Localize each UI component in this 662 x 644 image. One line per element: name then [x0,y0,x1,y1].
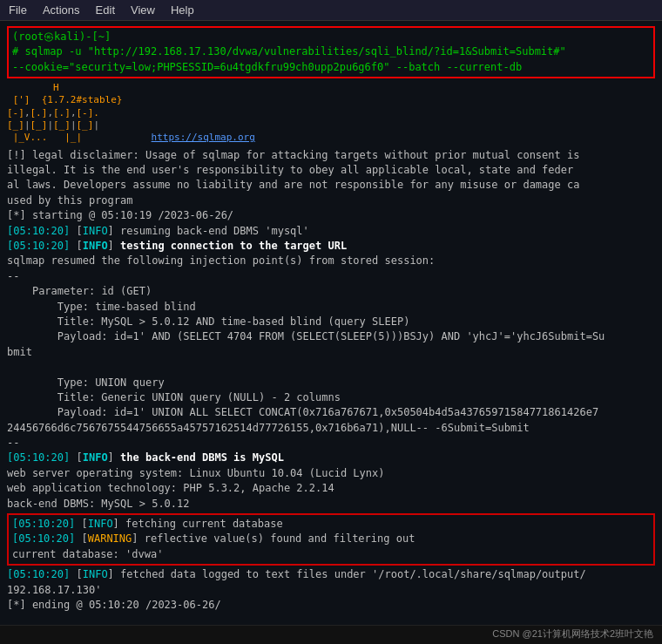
command-line: # sqlmap -u "http://192.168.17.130/dvwa/… [12,44,650,75]
terminal-window: File Actions Edit View Help (root㉿kali)-… [0,0,662,644]
info-lines: [05:10:20] [INFO] resuming back-end DBMS… [7,224,655,269]
separator-2: -- [7,436,655,451]
final-info: [05:10:20] [INFO] fetched data logged to… [7,567,655,598]
highlight-content: [05:10:20] [INFO] fetching current datab… [12,517,650,562]
menu-help[interactable]: Help [171,3,194,17]
terminal-content: (root㉿kali)-[~] # sqlmap -u "http://192.… [0,21,662,625]
ending-line: [*] ending @ 05:10:20 /2023-06-26/ [7,598,655,613]
param-block: Parameter: id (GET) Type: time-based bli… [7,284,655,436]
starting-line: [*] starting @ 05:10:19 /2023-06-26/ [7,208,655,223]
sqlmap-logo: H ['] {1.7.2#stable} [-],[.],[.],[-]. [_… [7,82,655,144]
footer-bar: CSDN @21计算机网络技术2班叶文艳 [0,625,662,644]
menu-view[interactable]: View [131,3,155,17]
menu-file[interactable]: File [9,3,27,17]
dbms-info: [05:10:20] [INFO] the back-end DBMS is M… [7,451,655,512]
menubar: File Actions Edit View Help [0,0,662,21]
separator-1: -- [7,269,655,284]
menu-actions[interactable]: Actions [43,3,80,17]
menu-edit[interactable]: Edit [96,3,115,17]
disclaimer: [!] legal disclaimer: Usage of sqlmap fo… [7,148,655,209]
prompt-line: (root㉿kali)-[~] [12,30,650,44]
command-block: (root㉿kali)-[~] # sqlmap -u "http://192.… [7,26,655,78]
footer-text: CSDN @21计算机网络技术2班叶文艳 [492,627,653,641]
result-highlight-box: [05:10:20] [INFO] fetching current datab… [7,513,655,566]
